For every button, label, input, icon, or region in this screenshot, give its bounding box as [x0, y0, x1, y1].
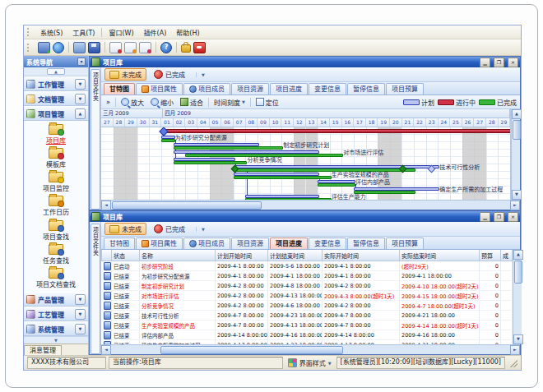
actual-bar[interactable] [234, 176, 332, 179]
column-header-预算[interactable]: 预算 [480, 250, 501, 261]
menu-item[interactable]: 插件(A) [139, 27, 172, 38]
tab-项目资源[interactable]: 项目资源 [231, 238, 269, 249]
scroll-left-arrow[interactable]: ◄ [101, 345, 111, 355]
table-row[interactable]: 已结束为初步研究分配资源2009-4-1 8:00:002009-4-1 18:… [102, 271, 513, 281]
table-row[interactable]: 已结束分析竞争情况2009-4-2 8:00:002009-4-6 18:00:… [102, 301, 513, 311]
scroll-down-arrow[interactable]: ▼ [512, 190, 522, 200]
scroll-thumb[interactable] [514, 261, 522, 284]
tab-甘特图[interactable]: 甘特图 [104, 83, 135, 95]
gantt-vscrollbar[interactable]: ▲ ▼ [511, 109, 520, 200]
scroll-right-arrow[interactable]: ► [510, 345, 520, 355]
tab-项目属性[interactable]: 项目属性 [136, 83, 183, 95]
menu-item[interactable]: 帮助(H) [171, 27, 204, 38]
filter-已完成[interactable]: 已完成 [150, 69, 189, 80]
filter-dropdown[interactable]: ▼ [196, 72, 205, 77]
zoom-out-button[interactable]: 缩小 [149, 98, 175, 107]
sidebar-group-工作管理[interactable]: 工作管理▼ [24, 76, 88, 91]
column-header-实际开始时间[interactable]: 实际开始时间 [323, 250, 400, 261]
side-tab-project-folder-top[interactable]: 项目文件夹 [90, 67, 101, 210]
report-pink-icon[interactable] [139, 42, 151, 53]
tab-项目预算[interactable]: 项目预算 [386, 238, 424, 249]
tab-项目属性[interactable]: 项目属性 [136, 238, 183, 249]
table-row[interactable]: 已结束技术可行性分析2009-4-7 8:00:002009-4-23 18:0… [102, 311, 513, 321]
tab-甘特图[interactable]: 甘特图 [104, 238, 135, 249]
table-row[interactable]: 已结束生产实验室规模的产品2009-4-7 8:00:002009-4-13 1… [102, 321, 513, 330]
sidebar-item-项目文档查找[interactable]: 项目文档查找 [36, 268, 76, 288]
ui-style-button[interactable]: 界面样式 ▼ [285, 358, 334, 367]
close-button[interactable]: × [508, 58, 518, 67]
column-header-成[interactable]: 成 [501, 250, 513, 261]
sidebar-item-项目库[interactable]: 项目库 [46, 124, 66, 145]
sidebar-item-项目查找[interactable]: 项目查找 [43, 220, 69, 241]
scroll-thumb[interactable] [112, 201, 262, 210]
child-titlebar-bottom[interactable]: 项目库 ▁ ❐ × [90, 211, 520, 222]
table-hscrollbar[interactable]: ◄ ► [101, 344, 520, 354]
sidebar-item-任务查找[interactable]: 任务查找 [43, 244, 69, 265]
gantt-hscrollbar[interactable]: ◄ ► [101, 200, 520, 210]
actual-bar[interactable] [161, 139, 175, 142]
column-header-实际结束时间[interactable]: 实际结束时间 [400, 250, 480, 261]
tab-项目进度[interactable]: 项目进度 [270, 238, 308, 249]
filter-未完成[interactable]: 未完成 [104, 68, 146, 81]
tab-项目预算[interactable]: 项目预算 [386, 83, 424, 95]
column-header-状态[interactable]: 状态 [112, 250, 140, 261]
resize-grip[interactable] [509, 359, 517, 367]
sidebar-group-项目管理[interactable]: 项目管理▲ [24, 106, 88, 121]
column-header-计划开始时间[interactable]: 计划开始时间 [216, 250, 268, 261]
report-orange-icon[interactable] [124, 42, 137, 53]
scroll-right-arrow[interactable]: ► [510, 201, 520, 210]
minimize-button[interactable]: ▁ [480, 212, 490, 222]
zoom-in-button[interactable]: 放大 [119, 98, 146, 107]
sidebar-group-文档管理[interactable]: 文档管理▼ [24, 91, 88, 106]
sidebar-group-系统管理[interactable]: 系统管理▼ [24, 321, 88, 336]
stop-icon[interactable] [193, 42, 206, 53]
more-button[interactable]: » [104, 99, 112, 106]
actual-bar[interactable] [174, 161, 248, 164]
fit-button[interactable]: 适合 [179, 98, 205, 107]
maximize-button[interactable]: ❐ [494, 212, 504, 222]
scroll-left-arrow[interactable]: ◄ [101, 201, 111, 210]
network-icon[interactable] [38, 42, 50, 53]
chevron-icon[interactable]: ▼ [75, 79, 86, 90]
scroll-down-arrow[interactable]: ▼ [513, 334, 523, 344]
filter-dropdown[interactable]: ▼ [196, 227, 205, 232]
toolbar-grip[interactable] [27, 44, 32, 52]
folder-open-icon[interactable] [73, 42, 86, 53]
report-red-icon[interactable] [109, 42, 122, 53]
sidebar-scroll-more[interactable]: ▼ [24, 336, 88, 344]
summary-bar[interactable] [161, 129, 510, 133]
gantt-body[interactable]: 为初步研究分配资源制定初步研究计划对市场进行评估分析竞争情况技术可行性分析生产实… [101, 127, 510, 200]
menu-item[interactable]: 窗口(W) [104, 27, 138, 38]
filter-已完成[interactable]: 已完成 [150, 224, 189, 234]
sidebar-item-项目监控[interactable]: 项目监控 [43, 172, 69, 192]
column-header-icon[interactable] [102, 250, 112, 261]
help-icon[interactable]: ? [160, 42, 172, 53]
globe-icon[interactable] [53, 42, 64, 53]
actual-bar[interactable] [318, 183, 355, 187]
filter-未完成[interactable]: 未完成 [104, 223, 146, 235]
pin-icon[interactable]: ▾ [77, 58, 86, 66]
minimize-button[interactable]: ▁ [480, 58, 490, 67]
table-row[interactable]: 已结束对市场进行评估2009-4-2 8:00:002009-4-13 18:0… [102, 291, 513, 301]
column-header-计划结束时间[interactable]: 计划结束时间 [268, 250, 323, 261]
child-titlebar-top[interactable]: 项目库 ▁ ❐ × [90, 57, 520, 67]
save-icon[interactable] [88, 42, 100, 53]
table-row[interactable]: 已结束制定初步研究计划2009-4-2 8:00:002009-4-8 18:0… [102, 281, 513, 291]
table-row[interactable]: 已结束评估内部产品2009-4-14 8:00:002009-4-16 18:0… [102, 330, 513, 340]
sidebar-item-模板库[interactable]: 模板库 [46, 148, 66, 168]
chevron-icon[interactable]: ▲ [75, 108, 86, 119]
scroll-up-arrow[interactable]: ▲ [513, 250, 523, 260]
tab-暂停信息[interactable]: 暂停信息 [347, 83, 385, 95]
side-tab-project-folder-bottom[interactable]: 项目文件夹 [90, 222, 101, 354]
close-button[interactable]: × [508, 212, 518, 222]
message-management-tab[interactable]: 消息管理 [24, 344, 88, 355]
actual-bar[interactable] [245, 198, 331, 200]
tab-暂停信息[interactable]: 暂停信息 [347, 238, 385, 249]
tab-变更信息[interactable]: 变更信息 [309, 238, 346, 249]
table-vscrollbar[interactable]: ▲ ▼ [513, 250, 522, 344]
sidebar-group-工艺管理[interactable]: 工艺管理▼ [24, 307, 88, 321]
actual-bar[interactable] [174, 146, 284, 150]
tab-项目成员[interactable]: 项目成员 [183, 238, 230, 249]
chevron-icon[interactable]: ▼ [75, 94, 86, 104]
scroll-up-arrow[interactable]: ▲ [512, 109, 522, 119]
